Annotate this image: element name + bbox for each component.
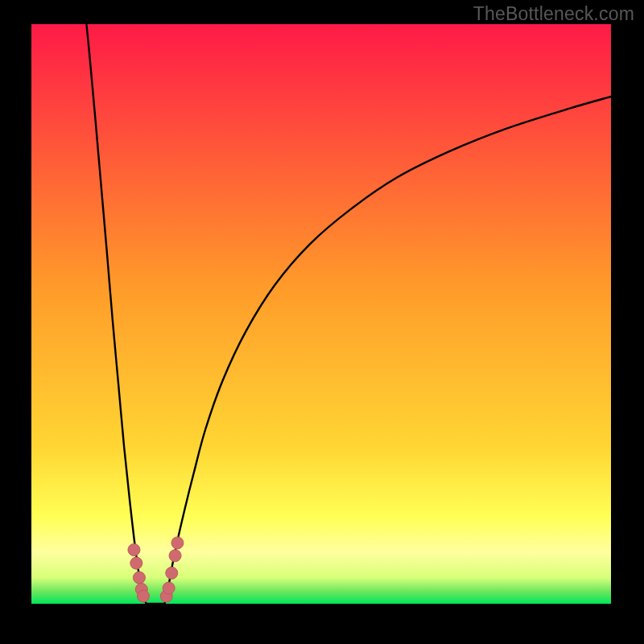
- valley-marker: [133, 572, 145, 584]
- valley-marker: [169, 550, 181, 562]
- attribution-text: TheBottleneck.com: [473, 3, 634, 25]
- valley-marker: [163, 582, 175, 594]
- gradient-background: [31, 24, 611, 604]
- valley-marker: [171, 537, 184, 549]
- valley-marker: [166, 567, 178, 579]
- valley-marker: [130, 557, 142, 569]
- chart-frame: TheBottleneck.com: [0, 0, 644, 644]
- plot-svg: [31, 24, 611, 604]
- plot-area: [31, 24, 611, 604]
- valley-marker: [128, 544, 140, 556]
- valley-marker: [137, 590, 149, 602]
